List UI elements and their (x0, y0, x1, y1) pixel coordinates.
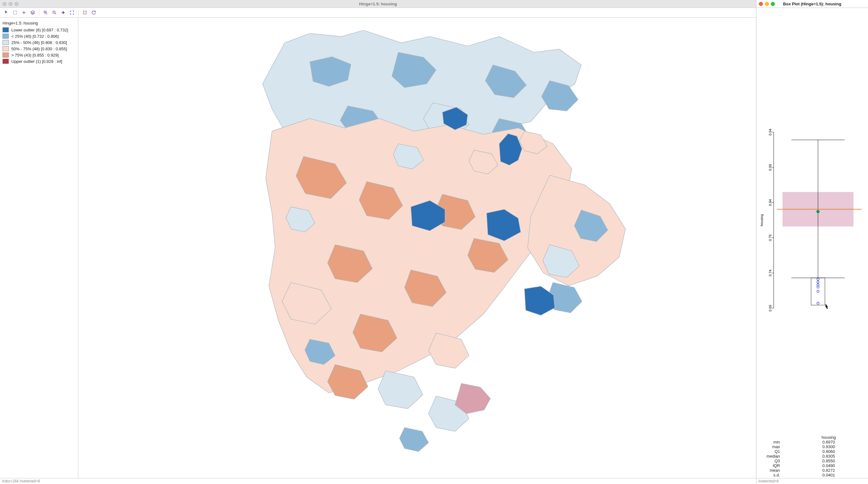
stat-value: 0.8060 (780, 449, 865, 454)
stat-label: mean (760, 468, 780, 473)
map-titlebar[interactable]: Hinge=1.5: housing (0, 0, 756, 8)
svg-point-30 (817, 302, 819, 304)
svg-text:0.79: 0.79 (768, 234, 772, 241)
stat-label: Q1 (760, 449, 780, 454)
map-window-title: Hinge=1.5: housing (0, 2, 756, 6)
legend-item[interactable]: 50% - 75% (48) [0.830 : 0.855] (2, 46, 75, 51)
stat-value: 0.8305 (780, 454, 865, 458)
stat-row: min0.6970 (760, 440, 865, 444)
svg-point-24 (817, 210, 819, 213)
boxplot-window: Box Plot (Hinge=1.5): housing 0.690.740.… (756, 0, 868, 484)
stat-row: s.d.0.0401 (760, 473, 865, 477)
boxplot-status-bar: #selected=6 (756, 478, 868, 484)
svg-point-25 (817, 278, 819, 280)
stat-label: median (760, 454, 780, 458)
stat-row: IQR0.0490 (760, 463, 865, 468)
stat-value: 0.8550 (780, 458, 865, 463)
maximize-window-button[interactable] (771, 2, 775, 6)
window-controls (759, 2, 775, 6)
stat-row: mean0.8272 (760, 468, 865, 473)
toolbar-separator (78, 9, 79, 16)
maximize-window-button[interactable] (14, 2, 19, 6)
boxplot-canvas[interactable]: 0.690.740.790.840.890.94housing (756, 8, 868, 434)
legend-panel: Hinge=1.5: housing Lower outlier (6) [0.… (0, 18, 78, 478)
stat-value: 0.0401 (780, 473, 865, 477)
basemap-icon[interactable] (81, 9, 89, 17)
boxplot-stats-table: housingmin0.6970max0.9300Q10.8060median0… (756, 434, 868, 478)
legend-swatch (2, 27, 9, 32)
full-extent-icon[interactable] (59, 9, 68, 17)
legend-swatch (2, 46, 9, 51)
choropleth-map[interactable] (78, 18, 756, 478)
stat-row: Q30.8550 (760, 458, 865, 463)
svg-text:0.84: 0.84 (768, 199, 772, 206)
svg-text:0.69: 0.69 (768, 305, 772, 312)
svg-text:housing: housing (760, 214, 764, 226)
map-canvas[interactable] (78, 18, 756, 478)
svg-text:0.94: 0.94 (768, 129, 772, 135)
svg-text:0.74: 0.74 (768, 270, 772, 276)
legend-swatch (2, 34, 9, 39)
stat-label: Q3 (760, 458, 780, 463)
legend-item[interactable]: 25% - 50% (46) [0.806 : 0.830] (2, 40, 75, 45)
legend-item[interactable]: < 25% (40) [0.732 : 0.806] (2, 34, 75, 39)
stat-label: s.d. (760, 473, 780, 477)
legend-swatch (2, 59, 9, 64)
refresh-icon[interactable] (89, 9, 98, 17)
svg-point-26 (817, 281, 819, 283)
svg-rect-4 (84, 12, 86, 14)
layers-icon[interactable] (28, 9, 37, 17)
minimize-window-button[interactable] (8, 2, 12, 6)
close-window-button[interactable] (759, 2, 763, 6)
legend-item[interactable]: > 75% (43) [0.855 : 0.929] (2, 53, 75, 58)
minimize-window-button[interactable] (765, 2, 769, 6)
stat-value: 0.9300 (780, 444, 865, 449)
close-window-button[interactable] (2, 2, 7, 6)
legend-label: 25% - 50% (46) [0.806 : 0.830] (11, 40, 67, 45)
legend-label: Upper outlier (1) [0.929 : inf] (11, 59, 62, 64)
legend-swatch (2, 40, 9, 45)
svg-point-29 (817, 290, 819, 292)
legend-label: < 25% (40) [0.732 : 0.806] (11, 34, 59, 39)
stat-label: IQR (760, 463, 780, 468)
legend-item[interactable]: Lower outlier (6) [0.697 : 0.732] (2, 27, 75, 32)
stat-label: min (760, 440, 780, 444)
upper-outlier-region[interactable] (455, 383, 490, 414)
fit-icon[interactable] (68, 9, 76, 17)
select-rect-icon[interactable] (11, 9, 20, 17)
svg-rect-31 (811, 278, 825, 305)
legend-title: Hinge=1.5: housing (2, 21, 75, 26)
stat-label: max (760, 444, 780, 449)
zoom-in-icon[interactable] (41, 9, 50, 17)
legend-label: > 75% (43) [0.855 : 0.929] (11, 53, 59, 58)
stat-value: 0.8272 (780, 468, 865, 473)
stat-value: 0.0490 (780, 463, 865, 468)
boxplot-xlabel: housing (780, 435, 865, 440)
zoom-out-icon[interactable] (50, 9, 59, 17)
map-window: Hinge=1.5: housing Hinge=1.5: housing Lo… (0, 0, 756, 484)
map-status-bar: #obs=184 #selected=6 (0, 478, 756, 484)
boxplot-titlebar[interactable]: Box Plot (Hinge=1.5): housing (756, 0, 868, 8)
legend-label: Lower outlier (6) [0.697 : 0.732] (11, 28, 68, 32)
legend-swatch (2, 53, 9, 58)
stat-value: 0.6970 (780, 440, 865, 444)
window-controls (2, 2, 19, 6)
legend-label: 50% - 75% (48) [0.830 : 0.855] (11, 46, 67, 51)
legend-item[interactable]: Upper outlier (1) [0.929 : inf] (2, 59, 75, 64)
toolbar-separator (39, 9, 39, 16)
stat-row: max0.9300 (760, 444, 865, 449)
toolbar (0, 8, 756, 18)
svg-text:0.89: 0.89 (768, 164, 772, 171)
pointer-icon[interactable] (2, 9, 11, 17)
stat-row: Q10.8060 (760, 449, 865, 454)
stat-row: median0.8305 (760, 454, 865, 458)
pan-icon[interactable] (20, 9, 28, 17)
svg-rect-0 (13, 11, 17, 14)
